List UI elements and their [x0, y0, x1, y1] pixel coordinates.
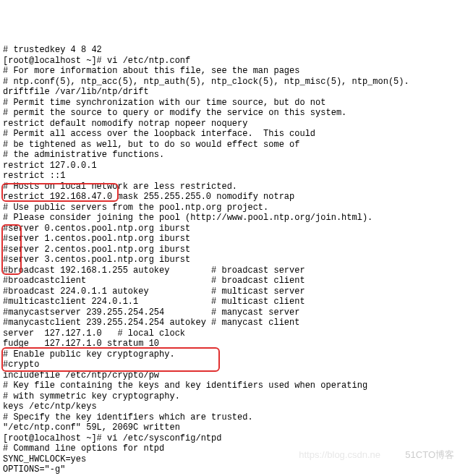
terminal-line: "/etc/ntp.conf" 59L, 2069C written: [3, 422, 457, 433]
terminal-line: # For more information about this file, …: [3, 66, 457, 77]
terminal-line: # with symmetric key cryptography.: [3, 391, 457, 402]
terminal-line: # Use public servers from the pool.ntp.o…: [3, 203, 457, 213]
terminal-line: # Permit all access over the loopback in…: [3, 129, 457, 140]
terminal-line: # Permit time synchronization with our t…: [3, 98, 457, 109]
terminal-line: fudge 127.127.1.0 stratum 10: [3, 339, 457, 349]
terminal-line: restrict default nomodify notrap nopeer …: [3, 119, 457, 129]
terminal-line: #server 2.centos.pool.ntp.org iburst: [3, 245, 457, 255]
terminal-line: #manycastserver 239.255.254.254 # manyca…: [3, 307, 457, 318]
terminal-line: #broadcast 224.0.1.1 autokey # multicast…: [3, 286, 457, 297]
terminal-line: includefile /etc/ntp/crypto/pw: [3, 370, 457, 381]
terminal-line: OPTIONS="-g": [3, 464, 457, 475]
terminal-line: [root@localhost ~]# vi /etc/sysconfig/nt…: [3, 433, 457, 444]
terminal-line: #server 1.centos.pool.ntp.org iburst: [3, 234, 457, 245]
terminal-line: #server 3.centos.pool.ntp.org iburst: [3, 255, 457, 265]
terminal-line: #broadcastclient # broadcast client: [3, 276, 457, 286]
terminal-line: #broadcast 192.168.1.255 autokey # broad…: [3, 265, 457, 276]
terminal-line: # the administrative functions.: [3, 150, 457, 161]
terminal-line: # Specify the key identifiers which are …: [3, 412, 457, 423]
terminal-line: restrict ::1: [3, 171, 457, 182]
terminal-line: # Please consider joining the pool (http…: [3, 213, 457, 224]
terminal-line: # be tightened as well, but to do so wou…: [3, 140, 457, 150]
terminal-line: #multicastclient 224.0.1.1 # multicast c…: [3, 297, 457, 307]
terminal-line: # Key file containing the keys and key i…: [3, 381, 457, 391]
terminal-line: restrict 127.0.0.1: [3, 161, 457, 171]
terminal-line: driftfile /var/lib/ntp/drift: [3, 87, 457, 98]
terminal-line: #server 0.centos.pool.ntp.org iburst: [3, 224, 457, 234]
terminal-line: #crypto: [3, 360, 457, 370]
terminal-line: #manycastclient 239.255.254.254 autokey …: [3, 318, 457, 328]
terminal-line: # Command line options for ntpd: [3, 443, 457, 454]
terminal-line: server 127.127.1.0 # local clock: [3, 328, 457, 339]
terminal-output: # trustedkey 4 8 42[root@localhost ~]# v…: [3, 45, 457, 476]
terminal-line: # Hosts on local network are less restri…: [3, 182, 457, 192]
terminal-line: SYNC_HWCLOCK=yes: [3, 454, 457, 465]
terminal-line: # trustedkey 4 8 42: [3, 45, 457, 56]
terminal-line: restrict 192.168.47.0 mask 255.255.255.0…: [3, 192, 457, 203]
terminal-line: # permit the source to query or modify t…: [3, 108, 457, 119]
terminal-line: keys /etc/ntp/keys: [3, 401, 457, 412]
terminal-line: [root@localhost ~]# vi /etc/ntp.conf: [3, 56, 457, 67]
terminal-line: # ntp.conf(5), ntp_acc(5), ntp_auth(5), …: [3, 77, 457, 88]
terminal-line: # Enable public key cryptography.: [3, 349, 457, 360]
